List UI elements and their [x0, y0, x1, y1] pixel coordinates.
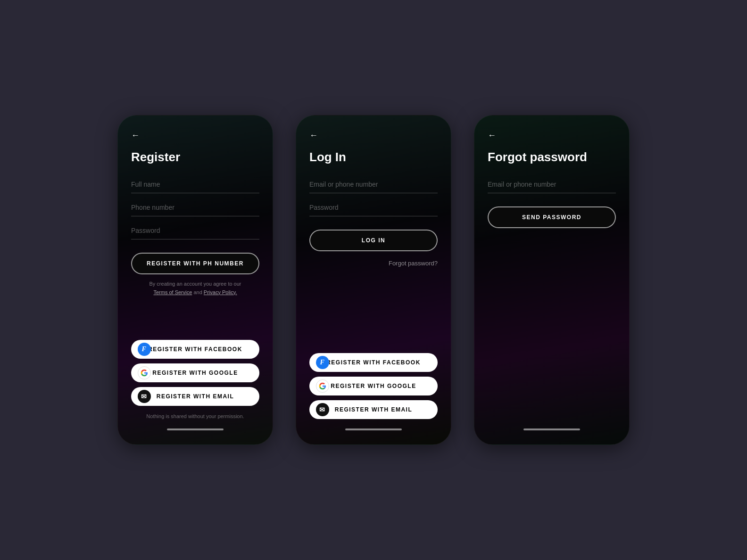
- full-name-group: [131, 176, 259, 197]
- password-input[interactable]: [131, 222, 259, 239]
- password-group: [131, 222, 259, 243]
- login-back-button[interactable]: ←: [309, 131, 438, 140]
- google-icon: [138, 366, 151, 379]
- bottom-note: Nothing is shared without your permissio…: [131, 413, 259, 419]
- register-email-button[interactable]: ✉ REGISTER WITH EMAIL: [131, 387, 259, 406]
- login-email-button[interactable]: ✉ REGISTER WITH EMAIL: [309, 400, 438, 419]
- email-icon: ✉: [316, 403, 329, 416]
- screens-container: ← Register REGISTER WITH PH NUMBER By cr…: [117, 115, 630, 445]
- home-indicator: [167, 428, 224, 430]
- email-icon: ✉: [138, 390, 151, 403]
- login-social-buttons: f REGISTER WITH FACEBOOK REGISTER WITH G…: [309, 353, 438, 419]
- forgot-screen: ← Forgot password SEND PASSWORD: [474, 115, 630, 445]
- phone-number-group: [131, 199, 259, 220]
- register-social-buttons: f REGISTER WITH FACEBOOK REGISTER WITH G…: [131, 340, 259, 406]
- forgot-title: Forgot password: [488, 150, 616, 165]
- facebook-icon: f: [138, 343, 151, 356]
- full-name-input[interactable]: [131, 176, 259, 193]
- register-screen: ← Register REGISTER WITH PH NUMBER By cr…: [117, 115, 273, 445]
- phone-number-input[interactable]: [131, 199, 259, 216]
- register-phone-button[interactable]: REGISTER WITH PH NUMBER: [131, 253, 259, 274]
- home-indicator: [345, 428, 402, 430]
- login-screen: ← Log In LOG IN Forgot password? f REGIS…: [296, 115, 451, 445]
- login-password-input[interactable]: [309, 199, 438, 216]
- login-google-button[interactable]: REGISTER WITH GOOGLE: [309, 377, 438, 395]
- privacy-policy-link[interactable]: Privacy Policy.: [204, 289, 237, 295]
- register-google-button[interactable]: REGISTER WITH GOOGLE: [131, 363, 259, 382]
- register-facebook-button[interactable]: f REGISTER WITH FACEBOOK: [131, 340, 259, 359]
- login-password-group: [309, 199, 438, 220]
- forgot-email-group: [488, 176, 616, 197]
- google-icon: [316, 379, 329, 393]
- home-indicator: [523, 428, 580, 430]
- send-password-button[interactable]: SEND PASSWORD: [488, 206, 616, 228]
- forgot-back-button[interactable]: ←: [488, 131, 616, 140]
- login-email-group: [309, 176, 438, 197]
- terms-text: By creating an account you agree to our …: [131, 280, 259, 296]
- terms-of-service-link[interactable]: Terms of Service: [153, 289, 192, 295]
- forgot-password-link[interactable]: Forgot password?: [309, 260, 438, 267]
- login-facebook-button[interactable]: f REGISTER WITH FACEBOOK: [309, 353, 438, 372]
- login-title: Log In: [309, 150, 438, 165]
- facebook-icon: f: [316, 356, 329, 369]
- register-back-button[interactable]: ←: [131, 131, 259, 140]
- login-email-input[interactable]: [309, 176, 438, 193]
- forgot-email-input[interactable]: [488, 176, 616, 193]
- register-title: Register: [131, 150, 259, 165]
- login-button[interactable]: LOG IN: [309, 230, 438, 251]
